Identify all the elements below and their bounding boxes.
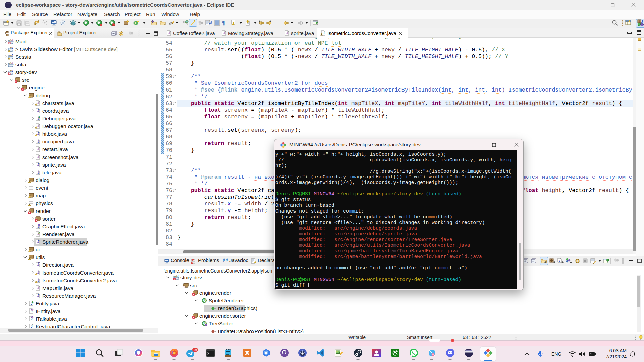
svg-text:J: J [641,19,643,23]
svg-text:J: J [37,132,39,136]
svg-text:J: J [37,286,39,290]
svg-text:E: E [38,262,40,265]
svg-text:J: J [37,294,39,298]
svg-text:I: I [32,316,33,319]
svg-text:A: A [38,231,40,234]
svg-text:J: J [37,124,39,128]
svg-text:J: J [37,147,39,151]
svg-text:J: J [12,46,13,49]
svg-text:J: J [559,259,560,262]
svg-text:J: J [37,279,39,282]
svg-text:J: J [12,69,13,72]
svg-text:I: I [32,309,33,311]
svg-text:J: J [31,325,33,328]
svg-text:¶: ¶ [222,20,225,26]
svg-text:J: J [12,62,13,65]
svg-text:J: J [37,271,39,275]
svg-text:J: J [37,163,39,167]
svg-text:I: I [39,224,39,226]
svg-text:A: A [32,301,34,304]
svg-text:J: J [323,31,325,35]
svg-text:J: J [223,31,225,35]
svg-text:..02: ..02 [193,349,198,352]
svg-text:J: J [37,240,39,244]
svg-text:J: J [37,171,39,174]
svg-text:J: J [177,275,179,278]
svg-text:J: J [168,31,170,35]
svg-text:J: J [37,101,39,105]
svg-text:G: G [203,299,206,302]
svg-text:J: J [286,31,288,35]
svg-text:J: J [37,155,39,159]
svg-text:J: J [12,54,13,57]
svg-text:J: J [37,109,39,113]
svg-text:J: J [12,39,13,42]
svg-text:C: C [186,20,188,23]
svg-text:A: A [38,116,40,119]
svg-text:J: J [37,140,39,143]
